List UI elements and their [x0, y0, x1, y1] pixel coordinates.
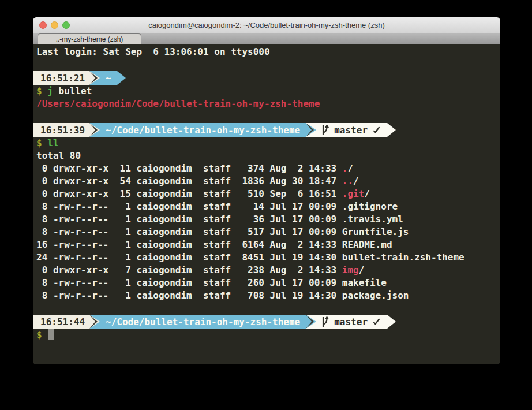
- git-branch-name: master: [334, 125, 368, 136]
- prompt-git-segment: master: [316, 123, 387, 137]
- command-text: j: [47, 85, 53, 96]
- listing-row: 24 -rw-r--r-- 1 caiogondim staff 8451 Ju…: [33, 251, 500, 264]
- prompt-git-segment: master: [316, 315, 387, 329]
- tab-active[interactable]: ..-my-zsh-theme (zsh): [38, 33, 141, 44]
- listing-row: 8 -rw-r--r-- 1 caiogondim staff 14 Jul 1…: [33, 200, 500, 213]
- powerline-separator: [117, 71, 126, 85]
- listing-row: 8 -rw-r--r-- 1 caiogondim staff 260 Jul …: [33, 277, 500, 289]
- file-name: package.json: [342, 290, 409, 301]
- prompt-path-segment: ~: [100, 71, 117, 85]
- file-name: Gruntfile.js: [342, 226, 409, 237]
- listing-row: 0 drwxr-xr-x 15 caiogondim staff 510 Sep…: [33, 188, 500, 200]
- powerline-separator: [89, 315, 100, 329]
- file-name: bullet-train.zsh-theme: [342, 252, 464, 263]
- terminal-content[interactable]: Last login: Sat Sep 6 13:06:01 on ttys00…: [33, 44, 500, 364]
- git-branch-icon: [321, 316, 329, 327]
- prompt-time-segment: 16:51:21: [33, 71, 89, 85]
- blank-line: [33, 302, 500, 315]
- blank-line: [33, 58, 500, 71]
- active-command-line[interactable]: $: [33, 329, 500, 341]
- prompt-dollar: $: [36, 329, 42, 340]
- desktop-background: caiogondim@caiogondim-2: ~/Code/bullet-t…: [0, 0, 532, 410]
- powerline-separator: [387, 315, 396, 329]
- prompt-time-segment: 16:51:44: [33, 315, 89, 329]
- close-button[interactable]: [39, 21, 47, 29]
- prompt-dollar: $: [36, 85, 42, 96]
- terminal-cursor: [48, 329, 54, 340]
- directory-name: img: [342, 264, 359, 275]
- listing-total-line: total 80: [33, 150, 500, 162]
- terminal-window: caiogondim@caiogondim-2: ~/Code/bullet-t…: [33, 17, 500, 364]
- powerline-separator: [89, 71, 100, 85]
- tab-bar: ..-my-zsh-theme (zsh): [33, 33, 500, 44]
- check-mark-icon: [373, 318, 380, 325]
- prompt-path-segment: ~/Code/bullet-train-oh-my-zsh-theme: [100, 123, 306, 137]
- listing-row: 8 -rw-r--r-- 1 caiogondim staff 708 Jul …: [33, 289, 500, 302]
- powerline-separator: [89, 123, 100, 137]
- command-line: $ j bullet: [33, 85, 500, 98]
- directory-name: ..: [342, 176, 353, 187]
- listing-row: 0 drwxr-xr-x 7 caiogondim staff 238 Aug …: [33, 264, 500, 277]
- prompt-dollar: $: [36, 137, 42, 148]
- prompt-bar-2: 16:51:39 ~/Code/bullet-train-oh-my-zsh-t…: [33, 123, 500, 137]
- command-line: $ ll: [33, 137, 500, 150]
- minimize-button[interactable]: [51, 21, 58, 29]
- traffic-lights: [39, 17, 70, 33]
- file-name: makefile: [342, 277, 387, 288]
- window-title: caiogondim@caiogondim-2: ~/Code/bullet-t…: [148, 21, 385, 29]
- file-name: README.md: [342, 239, 392, 250]
- window-titlebar[interactable]: caiogondim@caiogondim-2: ~/Code/bullet-t…: [33, 17, 500, 33]
- directory-name: .: [342, 163, 348, 174]
- prompt-time-segment: 16:51:39: [33, 123, 89, 137]
- listing-row: 0 drwxr-xr-x 11 caiogondim staff 374 Aug…: [33, 162, 500, 175]
- command-text: ll: [47, 137, 58, 148]
- listing-row: 16 -rw-r--r-- 1 caiogondim staff 6164 Au…: [33, 238, 500, 251]
- command-args: bullet: [53, 85, 92, 96]
- powerline-separator: [387, 123, 396, 137]
- zoom-button[interactable]: [62, 21, 70, 29]
- powerline-separator: [306, 123, 316, 137]
- prompt-bar-3: 16:51:44 ~/Code/bullet-train-oh-my-zsh-t…: [33, 315, 500, 329]
- prompt-bar-1: 16:51:21 ~: [33, 71, 500, 85]
- git-branch-name: master: [334, 316, 368, 327]
- git-branch-icon: [321, 124, 329, 136]
- directory-name: .git: [342, 188, 365, 199]
- listing-row: 8 -rw-r--r-- 1 caiogondim staff 36 Jul 1…: [33, 213, 500, 226]
- blank-line: [33, 110, 500, 123]
- prompt-path-segment: ~/Code/bullet-train-oh-my-zsh-theme: [100, 315, 306, 329]
- powerline-separator: [306, 315, 316, 329]
- listing-row: 0 drwxr-xr-x 54 caiogondim staff 1836 Au…: [33, 175, 500, 188]
- check-mark-icon: [373, 126, 380, 133]
- tab-label: ..-my-zsh-theme (zsh): [56, 35, 123, 43]
- listing-row: 8 -rw-r--r-- 1 caiogondim staff 517 Jul …: [33, 226, 500, 238]
- file-name: .travis.yml: [342, 214, 403, 225]
- file-name: .gitignore: [342, 201, 398, 212]
- command-output-path: /Users/caiogondim/Code/bullet-train-oh-m…: [33, 98, 500, 110]
- last-login-line: Last login: Sat Sep 6 13:06:01 on ttys00…: [33, 46, 500, 58]
